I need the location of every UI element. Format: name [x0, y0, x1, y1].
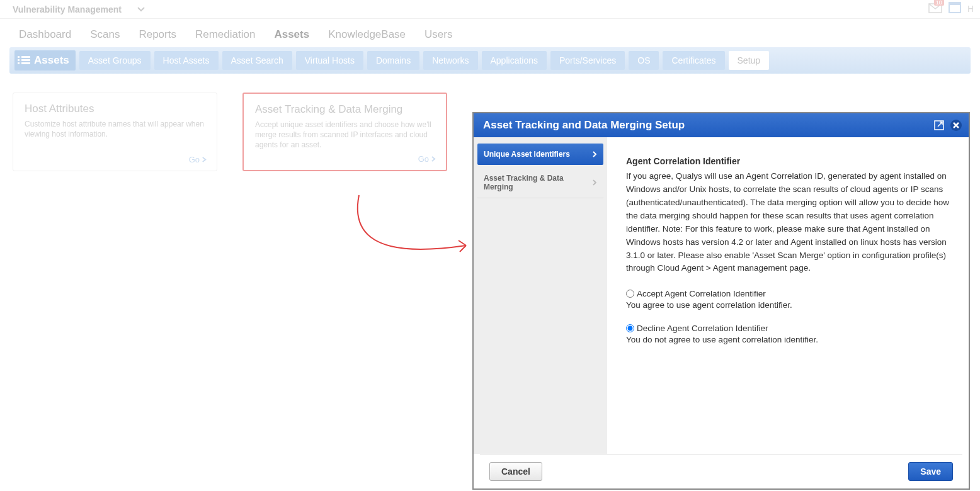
radio-decline-label: Decline Agent Correlation Identifier [637, 324, 768, 333]
modal-asset-tracking-setup: Asset Tracking and Data Merging Setup Un… [472, 112, 970, 490]
svg-rect-4 [18, 59, 20, 61]
svg-rect-2 [949, 3, 960, 5]
tab-host-assets[interactable]: Host Assets [154, 51, 219, 70]
cancel-button[interactable]: Cancel [489, 462, 542, 481]
svg-rect-5 [18, 62, 20, 64]
nav-remediation[interactable]: Remediation [195, 28, 255, 41]
tab-certificates[interactable]: Certificates [663, 51, 724, 70]
go-link[interactable]: Go [189, 155, 207, 164]
svg-rect-3 [18, 56, 20, 58]
modal-header: Asset Tracking and Data Merging Setup [474, 113, 969, 137]
mail-badge: 10 [934, 0, 944, 6]
side-tracking-merging[interactable]: Asset Tracking & Data Merging [477, 167, 603, 198]
card-asset-tracking[interactable]: Asset Tracking & Data Merging Accept uni… [242, 93, 447, 171]
tab-asset-groups[interactable]: Asset Groups [79, 51, 151, 70]
radio-accept-label: Accept Agent Correlation Identifier [637, 289, 766, 298]
card-desc: Customize host attribute names that will… [25, 119, 205, 139]
list-icon [18, 55, 30, 65]
modal-title: Asset Tracking and Data Merging Setup [483, 119, 685, 132]
tab-os[interactable]: OS [629, 51, 659, 70]
chevron-right-icon [593, 179, 597, 186]
radio-decline[interactable] [626, 324, 634, 332]
go-link[interactable]: Go [418, 154, 436, 164]
section-heading: Agent Correlation Identifier [626, 156, 953, 166]
card-host-attributes[interactable]: Host Attributes Customize host attribute… [13, 93, 217, 171]
card-title: Host Attributes [25, 103, 205, 115]
nav-users[interactable]: Users [424, 28, 452, 41]
tab-applications[interactable]: Applications [482, 51, 547, 70]
svg-rect-8 [21, 62, 30, 64]
nav-scans[interactable]: Scans [90, 28, 120, 41]
tab-virtual-hosts[interactable]: Virtual Hosts [296, 51, 363, 70]
tab-asset-search[interactable]: Asset Search [222, 51, 292, 70]
chevron-right-icon [202, 157, 207, 162]
chevron-right-icon [593, 151, 597, 157]
radio-decline-desc: You do not agree to use agent correlatio… [626, 335, 953, 344]
section-label: Assets [14, 50, 76, 71]
svg-rect-6 [21, 56, 30, 58]
tab-setup[interactable]: Setup [729, 51, 770, 70]
assets-tabstrip: Assets Asset Groups Host Assets Asset Se… [9, 47, 971, 74]
nav-assets[interactable]: Assets [274, 28, 309, 41]
nav-reports[interactable]: Reports [139, 28, 176, 41]
mail-icon[interactable]: 10 [928, 3, 942, 14]
modal-sidebar: Unique Asset Identifiers Asset Tracking … [474, 137, 607, 454]
module-selector[interactable]: Vulnerability Management [13, 4, 145, 14]
card-title: Asset Tracking & Data Merging [255, 103, 435, 116]
popout-icon[interactable] [933, 120, 945, 131]
tab-networks[interactable]: Networks [423, 51, 477, 70]
save-button[interactable]: Save [908, 462, 953, 481]
main-nav: Dashboard Scans Reports Remediation Asse… [0, 19, 980, 47]
window-icon[interactable] [949, 2, 961, 15]
radio-accept[interactable] [626, 290, 634, 298]
side-unique-identifiers[interactable]: Unique Asset Identifiers [477, 144, 603, 165]
nav-knowledgebase[interactable]: KnowledgeBase [328, 28, 406, 41]
svg-rect-7 [21, 59, 30, 61]
radio-accept-desc: You agree to use agent correlation ident… [626, 300, 953, 310]
chevron-right-icon [431, 156, 436, 162]
close-icon[interactable] [950, 119, 962, 132]
chevron-down-icon [137, 7, 145, 12]
help-initial: H [967, 4, 974, 14]
tab-domains[interactable]: Domains [367, 51, 419, 70]
module-name: Vulnerability Management [13, 4, 122, 14]
section-description: If you agree, Qualys will use an Agent C… [626, 170, 953, 275]
tab-ports-services[interactable]: Ports/Services [550, 51, 625, 70]
nav-dashboard[interactable]: Dashboard [19, 28, 71, 41]
card-desc: Accept unique asset identifiers and choo… [255, 120, 435, 150]
modal-content: Agent Correlation Identifier If you agre… [607, 137, 969, 454]
modal-footer: Cancel Save [480, 454, 962, 488]
